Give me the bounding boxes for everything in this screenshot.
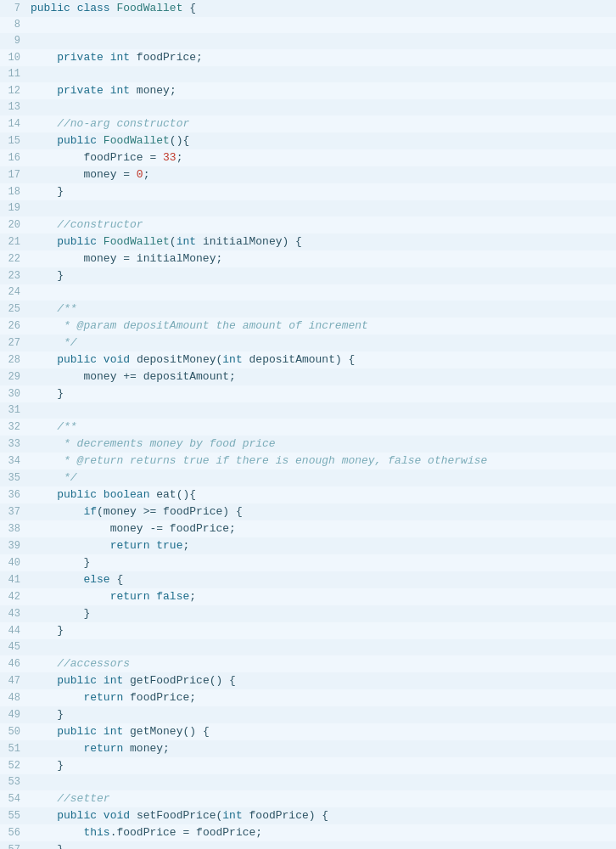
line-content: return true; [27,537,189,554]
line-number: 8 [0,17,27,33]
code-line: 18 } [0,183,616,200]
line-number: 31 [0,402,27,419]
line-content: } [27,554,90,571]
line-number: 25 [0,301,27,318]
code-line: 45 [0,639,616,655]
code-line: 46 //accessors [0,655,616,672]
code-line: 27 */ [0,335,616,351]
code-line: 19 [0,200,616,216]
line-number: 20 [0,217,27,233]
line-content: if(money >= foodPrice) { [27,503,243,520]
line-content: } [27,267,64,284]
line-number: 36 [0,487,27,503]
code-line: 33 * decrements money by food price [0,436,616,453]
code-line: 55 public void setFoodPrice(int foodPric… [0,807,616,824]
code-line: 15 public FoodWallet(){ [0,132,616,149]
line-content: /** [27,419,77,435]
code-line: 28 public void depositMoney(int depositA… [0,351,616,368]
code-line: 41 else { [0,571,616,588]
code-line: 30 } [0,385,616,402]
line-number: 9 [0,33,27,49]
code-line: 9 [0,33,616,49]
code-line: 7public class FoodWallet { [0,0,616,17]
line-content: this.foodPrice = foodPrice; [27,824,262,841]
line-number: 56 [0,825,27,841]
line-number: 49 [0,707,27,723]
code-line: 49 } [0,706,616,723]
line-content: /** [27,301,77,317]
line-number: 22 [0,251,27,267]
line-number: 29 [0,369,27,385]
line-content: else { [27,571,123,588]
line-number: 50 [0,724,27,740]
line-content: return foodPrice; [27,689,196,706]
line-content: } [27,385,64,402]
line-content: */ [27,335,77,351]
line-number: 46 [0,656,27,672]
line-content: money = 0; [27,166,149,183]
line-content: * @return returns true if there is enoug… [27,453,487,469]
line-number: 52 [0,758,27,774]
line-content: public boolean eat(){ [27,486,196,503]
code-line: 25 /** [0,301,616,318]
code-line: 24 [0,284,616,301]
line-number: 23 [0,268,27,284]
code-line: 32 /** [0,419,616,436]
line-number: 39 [0,538,27,554]
line-number: 11 [0,66,27,82]
code-line: 16 foodPrice = 33; [0,149,616,166]
code-line: 56 this.foodPrice = foodPrice; [0,824,616,841]
code-line: 40 } [0,554,616,571]
line-number: 47 [0,673,27,689]
code-line: 12 private int money; [0,82,616,99]
line-number: 12 [0,83,27,99]
line-number: 7 [0,1,27,17]
line-content: foodPrice = 33; [27,149,182,166]
line-number: 28 [0,352,27,368]
line-number: 17 [0,167,27,183]
line-number: 27 [0,335,27,351]
code-line: 11 [0,66,616,82]
line-number: 35 [0,470,27,486]
code-line: 8 [0,17,616,33]
line-number: 43 [0,606,27,622]
code-line: 22 money = initialMoney; [0,250,616,267]
line-number: 16 [0,150,27,166]
line-number: 26 [0,318,27,335]
line-content: } [27,706,64,722]
line-number: 51 [0,741,27,757]
line-content: private int money; [27,82,176,98]
code-line: 10 private int foodPrice; [0,49,616,66]
line-content: //setter [27,790,110,807]
line-content: public FoodWallet(){ [27,132,189,149]
line-number: 30 [0,386,27,402]
line-number: 15 [0,133,27,149]
code-line: 53 [0,774,616,790]
code-line: 51 return money; [0,740,616,757]
line-content: money -= foodPrice; [27,520,236,537]
line-content: } [27,183,64,200]
line-content: */ [27,469,77,486]
line-content: private int foodPrice; [27,49,203,65]
code-line: 14 //no-arg constructor [0,115,616,132]
line-content: public void depositMoney(int depositAmou… [27,351,355,368]
line-number: 33 [0,436,27,453]
line-content: //accessors [27,655,130,672]
line-number: 18 [0,184,27,200]
line-number: 55 [0,808,27,824]
line-content: public FoodWallet(int initialMoney) { [27,233,302,250]
code-line: 47 public int getFoodPrice() { [0,672,616,689]
code-line: 37 if(money >= foodPrice) { [0,503,616,520]
code-line: 39 return true; [0,537,616,554]
line-number: 41 [0,572,27,588]
line-content: return money; [27,740,170,756]
line-content: //no-arg constructor [27,115,189,132]
line-content: } [27,622,64,638]
line-number: 48 [0,690,27,706]
line-content: * decrements money by food price [27,436,276,452]
code-line: 29 money += depositAmount; [0,368,616,385]
line-number: 44 [0,623,27,639]
line-content: return false; [27,588,196,604]
line-content: money += depositAmount; [27,368,236,385]
code-line: 42 return false; [0,588,616,605]
